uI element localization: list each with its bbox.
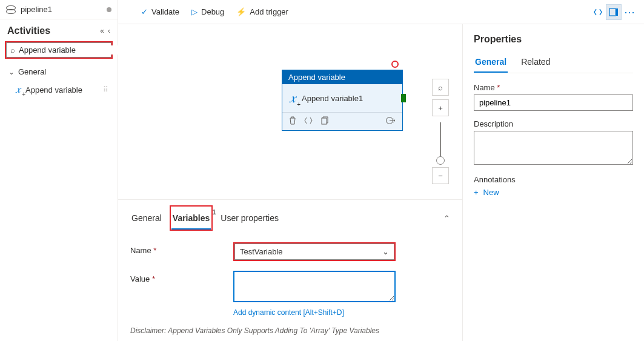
success-handle-icon[interactable] [401, 94, 406, 102]
prop-desc-input[interactable] [474, 131, 633, 165]
tab-variables[interactable]: Variables 1 [171, 207, 211, 229]
variable-name-label: Name * [130, 242, 233, 255]
chevron-down-icon: ⌄ [382, 247, 389, 256]
pipeline-icon [6, 5, 16, 14]
properties-title: Properties [474, 34, 633, 45]
variable-name-value: TestVariable [240, 247, 283, 256]
variable-x-icon: 𝑥+ [16, 84, 21, 96]
add-trigger-button[interactable]: ⚡ Add trigger [230, 4, 294, 20]
node-output-button[interactable] [385, 116, 396, 127]
grip-icon: ⠿ [103, 85, 109, 94]
activities-tree: ⌄ General 𝑥+ Append variable ⠿ [0, 60, 118, 103]
prop-name-label: Name * [474, 83, 633, 92]
collapse-all-icon[interactable]: « [100, 27, 104, 35]
svg-rect-0 [609, 8, 616, 16]
validate-button[interactable]: ✓ Validate [135, 4, 185, 20]
activity-node-append-variable[interactable]: Append variable 𝑥+ Append variable1 [282, 70, 403, 131]
activity-node-body: 𝑥+ Append variable1 [282, 84, 402, 112]
unsaved-indicator-icon [107, 7, 111, 12]
activities-sidebar: pipeline1 Activities « ‹ ⌕ ⌄ General 𝑥+ … [0, 0, 118, 341]
node-code-button[interactable] [304, 117, 313, 126]
activity-node-actions [282, 112, 402, 130]
zoom-controls: ⌕ + − [432, 79, 449, 188]
variable-name-select[interactable]: TestVariable ⌄ [234, 243, 394, 260]
zoom-thumb-icon[interactable] [436, 156, 445, 165]
prop-annotations-label: Annotations [474, 175, 633, 184]
main-area: ✓ Validate ▷ Debug ⚡ Add trigger ⋯ [118, 0, 644, 341]
activities-title: Activities [7, 25, 96, 36]
svg-rect-1 [616, 8, 618, 16]
more-button[interactable]: ⋯ [622, 5, 638, 19]
group-label: General [18, 67, 46, 76]
play-icon: ▷ [191, 7, 198, 16]
canvas-row: Append variable 𝑥+ Append variable1 [118, 24, 644, 341]
tab-user-properties[interactable]: User properties [219, 207, 280, 229]
prop-name-input[interactable] [474, 94, 633, 111]
variable-name-row: Name * TestVariable ⌄ [130, 242, 450, 261]
activity-search-highlight: ⌕ [5, 41, 113, 59]
pipeline-canvas[interactable]: Append variable 𝑥+ Append variable1 [118, 24, 462, 199]
properties-tab-general[interactable]: General [474, 53, 508, 73]
zoom-fit-button[interactable]: ⌕ [432, 79, 449, 96]
add-annotation-button[interactable]: + New [474, 188, 633, 197]
variable-value-input[interactable] [233, 271, 396, 302]
variables-badge: 1 [213, 209, 216, 216]
activity-item-label: Append variable [25, 85, 82, 94]
debug-button[interactable]: ▷ Debug [185, 4, 230, 20]
activity-node-header: Append variable [282, 70, 402, 84]
tab-general[interactable]: General [130, 207, 163, 229]
highlight-circle-icon [391, 61, 399, 68]
activity-search-input[interactable] [19, 45, 121, 55]
pipeline-name: pipeline1 [21, 5, 52, 14]
add-dynamic-content-link[interactable]: Add dynamic content [Alt+Shift+D] [233, 308, 344, 317]
canvas-area: Append variable 𝑥+ Append variable1 [118, 24, 462, 341]
variable-value-label: Value * [130, 271, 233, 283]
properties-tab-related[interactable]: Related [520, 53, 551, 73]
activity-search[interactable]: ⌕ [6, 42, 111, 58]
plus-icon: + [474, 188, 479, 197]
zoom-in-button[interactable]: + [432, 99, 449, 116]
properties-tabs: General Related [474, 53, 633, 73]
properties-toggle-button[interactable] [606, 4, 622, 20]
pipeline-toolbar: ✓ Validate ▷ Debug ⚡ Add trigger ⋯ [118, 0, 644, 24]
svg-rect-2 [322, 118, 327, 124]
code-view-button[interactable] [590, 4, 606, 20]
pipeline-header: pipeline1 [0, 0, 118, 19]
settings-tabs: General Variables 1 User properties ⌃ [130, 204, 450, 233]
check-icon: ✓ [141, 7, 148, 16]
activity-node-title: Append variable1 [302, 94, 363, 103]
variable-name-highlight: TestVariable ⌄ [233, 242, 396, 261]
activities-title-row: Activities « ‹ [0, 19, 118, 40]
zoom-slider[interactable] [440, 122, 441, 165]
prop-desc-label: Description [474, 119, 633, 128]
copy-node-button[interactable] [320, 116, 328, 127]
collapse-settings-icon[interactable]: ⌃ [443, 214, 450, 223]
chevron-down-icon: ⌄ [8, 68, 15, 76]
search-icon: ⌕ [10, 45, 15, 55]
collapse-sidebar-icon[interactable]: ‹ [108, 27, 110, 35]
zoom-out-button[interactable]: − [432, 167, 449, 184]
activity-settings-panel: General Variables 1 User properties ⌃ Na… [118, 199, 462, 341]
trigger-icon: ⚡ [236, 7, 246, 16]
disclaimer-text: Disclaimer: Append Variables Only Suppor… [130, 326, 450, 335]
tree-group-general[interactable]: ⌄ General [2, 64, 115, 80]
properties-panel: Properties General Related Name * Descri… [462, 24, 644, 341]
delete-node-button[interactable] [288, 116, 297, 127]
variable-x-icon: 𝑥+ [290, 90, 296, 106]
activity-item-append-variable[interactable]: 𝑥+ Append variable ⠿ [2, 80, 115, 99]
variable-value-row: Value * Add dynamic content [Alt+Shift+D… [130, 271, 450, 317]
